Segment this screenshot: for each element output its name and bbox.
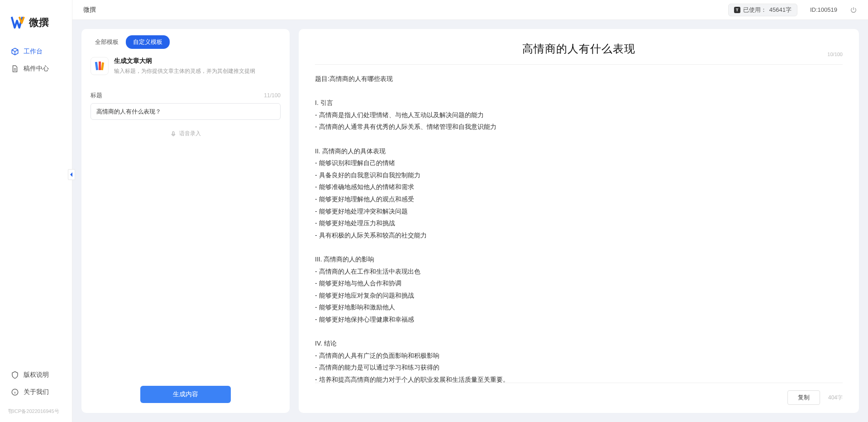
page-title: 微撰 — [83, 6, 96, 14]
title-label: 标题 — [91, 91, 102, 100]
chevron-left-icon — [69, 172, 74, 177]
books-icon — [91, 57, 109, 75]
shield-icon — [11, 371, 19, 379]
output-panel: 高情商的人有什么表现 10/100 题目:高情商的人有哪些表现 I. 引言 - … — [299, 29, 859, 413]
tab-all-templates[interactable]: 全部模板 — [88, 35, 126, 49]
output-body[interactable]: 题目:高情商的人有哪些表现 I. 引言 - 高情商是指人们处理情绪、与他人互动以… — [299, 65, 859, 383]
sidebar: 微撰 工作台 稿件中心 版权说明 — [0, 0, 72, 422]
generate-button[interactable]: 生成内容 — [140, 386, 231, 403]
nav-label: 稿件中心 — [24, 65, 49, 73]
logo-icon — [11, 16, 26, 29]
logo-text: 微撰 — [29, 16, 49, 29]
voice-input-button[interactable]: 语音录入 — [91, 130, 281, 138]
nav-label: 版权说明 — [24, 371, 49, 379]
sidebar-collapse-handle[interactable] — [68, 169, 75, 180]
tool-description: 输入标题，为你提供文章主体的灵感，并为其创建推文提纲 — [114, 67, 255, 75]
topbar: 微撰 T 已使用：45641字 ID:100519 — [72, 0, 868, 20]
input-panel: 全部模板 自定义模板 生成文章大纲 输入标题，为你提供文章主体的灵感，并为其创建… — [81, 29, 290, 413]
sidebar-item-workbench[interactable]: 工作台 — [5, 43, 67, 60]
svg-rect-1 — [95, 62, 98, 71]
power-icon[interactable] — [850, 6, 857, 14]
document-icon — [11, 65, 19, 73]
voice-hint: 语音录入 — [179, 130, 201, 138]
tool-card: 生成文章大纲 输入标题，为你提供文章主体的灵感，并为其创建推文提纲 — [81, 52, 290, 81]
char-count: 404字 — [828, 394, 843, 402]
sidebar-item-drafts[interactable]: 稿件中心 — [5, 60, 67, 77]
user-id: ID:100519 — [810, 6, 837, 13]
cube-icon — [11, 47, 19, 56]
usage-prefix: 已使用： — [743, 6, 767, 14]
text-icon: T — [734, 7, 740, 13]
title-input[interactable] — [91, 103, 281, 120]
sidebar-item-copyright[interactable]: 版权说明 — [5, 366, 67, 384]
copy-button[interactable]: 复制 — [787, 390, 820, 405]
microphone-icon — [170, 131, 176, 137]
nav-label: 关于我们 — [24, 388, 49, 396]
usage-badge: T 已使用：45641字 — [728, 4, 797, 16]
template-tabs: 全部模板 自定义模板 — [81, 29, 290, 52]
usage-value: 45641字 — [769, 6, 792, 14]
logo: 微撰 — [0, 7, 72, 43]
title-counter: 11/100 — [264, 92, 281, 99]
info-icon — [11, 388, 19, 396]
nav-label: 工作台 — [24, 47, 43, 56]
output-title: 高情商的人有什么表现 — [315, 42, 843, 56]
nav: 工作台 稿件中心 — [0, 43, 72, 366]
svg-rect-2 — [99, 62, 101, 70]
icp-text: 鄂ICP备2022016945号 — [0, 405, 72, 417]
svg-rect-4 — [172, 131, 174, 134]
sidebar-item-about[interactable]: 关于我们 — [5, 384, 67, 401]
sidebar-bottom: 版权说明 关于我们 — [0, 366, 72, 405]
output-head-counter: 10/100 — [827, 52, 843, 57]
tab-custom-templates[interactable]: 自定义模板 — [126, 35, 170, 49]
tool-title: 生成文章大纲 — [114, 57, 255, 65]
svg-rect-3 — [101, 62, 104, 71]
